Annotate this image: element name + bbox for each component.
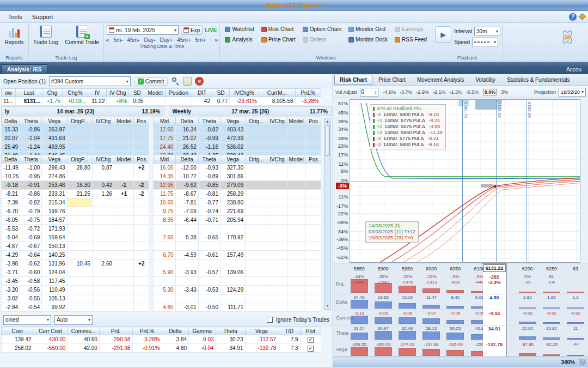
trades-col-header[interactable]: PnL% <box>132 327 162 335</box>
trades-col-header[interactable]: T/D <box>278 327 300 335</box>
chain-col-header[interactable]: Pos <box>134 117 149 125</box>
summary-col-header[interactable]: Position <box>165 89 192 97</box>
window-toggle-orders[interactable]: Orders <box>301 35 344 44</box>
trade-log-button[interactable]: Trade Log <box>30 23 60 46</box>
option-row[interactable]: -9.18-0.91253.4616.300.42-1-212.95-9.62-… <box>2 181 321 190</box>
zoom-search-icon[interactable] <box>171 77 180 86</box>
tab-risk-chart[interactable]: Risk Chart <box>334 75 372 85</box>
window-toggle-monitor-dock[interactable]: Monitor Dock <box>346 35 390 44</box>
summary-col-header[interactable]: Chg <box>42 89 63 97</box>
tab-analysis-es[interactable]: Analysis: /ES <box>1 64 47 74</box>
option-row[interactable]: 20.07-1.04431.6317.7521.07-0.99472.39 <box>2 134 321 143</box>
export-icon[interactable] <box>183 77 192 86</box>
plot-checkbox[interactable]: ✓ <box>308 337 314 343</box>
nav-Day[interactable]: Day+ <box>160 37 173 43</box>
vol-scale-tick[interactable]: -4.6% <box>383 89 396 95</box>
trades-col-header[interactable]: Cost <box>2 327 33 335</box>
trading-date-input[interactable]: mi. 19 feb. 2025 ▾ <box>107 25 179 35</box>
trade-grouping-select[interactable]: oined ▾ <box>3 315 51 325</box>
speed-select[interactable]: ▾ <box>472 38 498 46</box>
chain-col-header[interactable]: Vega <box>42 155 67 164</box>
chain-col-header[interactable]: Vega <box>220 155 246 164</box>
vol-adjust-stepper[interactable]: 0 ▴▾ <box>360 88 378 96</box>
option-row[interactable]: -6.70-0.79199.769.75-7.09-0.74221.69 <box>2 207 321 216</box>
plot-checkbox[interactable]: ✓ <box>308 346 314 352</box>
position-select[interactable]: #394 Custom ▾ <box>49 76 131 86</box>
vol-scale-tick[interactable]: -2.9% <box>416 89 430 95</box>
risk-chart[interactable]: 51%45%39%34%28%23%17%11%6%0%-3%-11%-17%-… <box>333 98 588 263</box>
chain-col-header[interactable]: Vega <box>42 117 67 125</box>
summary-col-header[interactable]: DIT <box>192 89 212 97</box>
summary-col-header[interactable]: IVChg% <box>230 89 259 97</box>
option-row[interactable]: 31.49-1.44546.4532.7032.42-1.35598.43 <box>2 152 321 155</box>
expiry-header-17mar[interactable]: Weekly 17 mar. 25 (26) 11.77% <box>169 106 332 116</box>
chain-col-header[interactable]: Mid <box>154 117 175 125</box>
summary-col-header[interactable]: IV <box>88 89 107 97</box>
tab-price-chart[interactable]: Price Chart <box>373 75 411 85</box>
option-row[interactable]: -3.98-0.62131.9610.452.60+2 <box>2 260 321 268</box>
chain-col-header[interactable]: Orig... <box>246 117 267 125</box>
chain-col-header[interactable]: Delta <box>175 117 198 125</box>
vol-scale-tick[interactable]: 0.0% <box>483 89 498 95</box>
trades-col-header[interactable]: PnL <box>99 327 132 335</box>
option-row[interactable]: -2.84-0.5499.924.80-3.01-0.50111.71 <box>2 303 321 312</box>
option-row[interactable]: -6.05-0.75184.578.95-6.44-0.71205.94 <box>2 216 321 225</box>
summary-col-header[interactable]: SD <box>129 89 145 97</box>
vol-scale-tick[interactable]: -2.1% <box>433 89 446 95</box>
close-position-icon[interactable]: × <box>195 77 204 86</box>
trades-col-header[interactable]: Curr Cost <box>33 327 68 335</box>
menu-tools[interactable]: Tools <box>3 13 27 21</box>
scroll-down-icon[interactable]: ▼ <box>326 303 329 309</box>
chain-col-header[interactable]: Model <box>287 155 305 164</box>
summary-col-header[interactable]: Chg% <box>62 89 88 97</box>
option-row[interactable]: -3.71-0.60124.045.90-3.93-0.57139.06 <box>2 268 321 277</box>
option-row[interactable]: -5.04-0.69159.647.65-5.38-0.65178.92 <box>2 233 321 242</box>
chain-col-header[interactable]: OrigP... <box>67 155 92 164</box>
tab-account[interactable]: Accou <box>561 65 587 74</box>
interval-select[interactable]: 30m ▾ <box>474 27 500 35</box>
chain-col-header[interactable]: Theta <box>198 117 220 125</box>
summary-col-header[interactable]: ow <box>2 89 16 97</box>
option-row[interactable]: -3.20-0.56110.495.30-3.43-0.53124.29 <box>2 286 321 294</box>
chain-col-header[interactable]: Pos <box>305 117 321 125</box>
resize-grip[interactable] <box>579 359 586 365</box>
window-toggle-price-chart[interactable]: Price Chart <box>259 35 298 44</box>
option-row[interactable]: -7.39-0.82215.3410.65-7.81-0.77238.80 <box>2 198 321 207</box>
chain-col-header[interactable]: IVChg <box>92 155 114 164</box>
tab-statistics-fundamentals[interactable]: Statistics & Fundamentals <box>501 75 575 85</box>
nav-5m[interactable]: 5m- <box>113 37 122 43</box>
summary-col-header[interactable]: SD <box>212 89 229 97</box>
chain-col-header[interactable]: Orig... <box>246 155 267 164</box>
chain-col-header[interactable]: Model <box>114 117 134 125</box>
vol-scale-tick[interactable]: -0.5% <box>466 89 479 95</box>
nav-45m[interactable]: 45m- <box>127 37 140 43</box>
vol-scale-tick[interactable]: 3% <box>501 89 508 95</box>
rewind-icon[interactable]: « <box>106 37 109 43</box>
chain-col-header[interactable]: IVChg <box>267 155 287 164</box>
chain-col-header[interactable]: Pos <box>305 155 321 164</box>
scroll-up-icon[interactable]: ▲ <box>326 118 329 125</box>
chain-col-header[interactable]: Theta <box>20 117 42 125</box>
window-toggle-watchlist[interactable]: Watchlist <box>223 25 256 33</box>
window-toggle-monitor-grid[interactable]: Monitor Grid <box>346 25 390 33</box>
commit-trade-button[interactable]: + Commit Trade <box>62 23 102 46</box>
commit-button[interactable]: ✓ Commit <box>134 77 168 86</box>
option-row[interactable]: 25.49-1.24493.9524.4026.52-1.16536.02 <box>2 143 321 152</box>
chain-col-header[interactable]: Mid <box>154 155 175 164</box>
vol-scale-tick[interactable]: -1.3% <box>450 89 463 95</box>
forward-icon[interactable]: » <box>215 37 218 43</box>
option-row[interactable]: -11.49-1.00298.4328.800.87+216.05-12.00-… <box>2 164 321 172</box>
chain-col-header[interactable]: IVChg <box>267 117 287 125</box>
trade-row[interactable]: 258.02-550.0042.00-291.98-0.91%4.80-0.04… <box>2 344 321 353</box>
chain-col-header[interactable]: Theta <box>20 155 42 164</box>
trades-col-header[interactable]: Plot <box>300 327 321 335</box>
reports-button[interactable]: Reports <box>2 23 27 46</box>
exp-button[interactable]: Exp <box>181 25 203 35</box>
chain-col-header[interactable]: Vega <box>220 117 246 125</box>
option-row[interactable]: -5.53-0.72171.93 <box>2 225 321 233</box>
scrollbar-thumb[interactable] <box>325 125 330 156</box>
chain-scrollbar[interactable]: ▲ ▼ <box>324 118 331 310</box>
trades-col-header[interactable]: Gamma <box>189 327 216 335</box>
trades-col-header[interactable]: Commis... <box>68 327 99 335</box>
mode-select[interactable]: Auto ▾ <box>54 315 93 325</box>
